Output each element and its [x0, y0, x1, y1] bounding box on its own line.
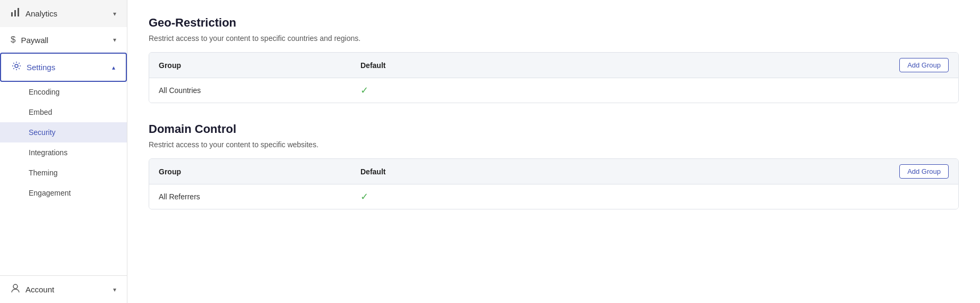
embed-label: Embed	[29, 108, 52, 116]
sidebar-sub-item-embed[interactable]: Embed	[0, 102, 127, 122]
sidebar: Analytics ▾ $ Paywall ▾ Settings ▴ Encod…	[0, 0, 127, 303]
integrations-label: Integrations	[29, 148, 67, 157]
domain-default-col-header: Default	[360, 167, 899, 176]
geo-restriction-table-header: Group Default Add Group	[149, 53, 958, 78]
sidebar-item-account[interactable]: Account ▾	[0, 276, 127, 303]
geo-restriction-description: Restrict access to your content to speci…	[149, 34, 959, 43]
domain-control-section: Domain Control Restrict access to your c…	[149, 122, 959, 209]
settings-label: Settings	[27, 63, 55, 72]
encoding-label: Encoding	[29, 88, 59, 96]
table-row: All Countries ✓	[149, 78, 958, 103]
geo-add-group-button[interactable]: Add Group	[899, 58, 949, 72]
paywall-icon: $	[11, 35, 15, 45]
security-label: Security	[29, 128, 56, 137]
domain-control-description: Restrict access to your content to speci…	[149, 140, 959, 149]
domain-add-group-button[interactable]: Add Group	[899, 164, 949, 179]
svg-rect-2	[18, 8, 19, 16]
engagement-label: Engagement	[29, 189, 71, 197]
paywall-chevron-down-icon: ▾	[113, 36, 116, 44]
sidebar-sub-item-security[interactable]: Security	[0, 122, 127, 142]
domain-row-group: All Referrers	[159, 192, 360, 201]
sidebar-item-paywall[interactable]: $ Paywall ▾	[0, 27, 127, 53]
geo-group-col-header: Group	[159, 61, 360, 70]
sidebar-bottom: Account ▾	[0, 275, 127, 303]
paywall-label: Paywall	[21, 36, 48, 45]
domain-control-title: Domain Control	[149, 122, 959, 136]
svg-point-3	[15, 64, 18, 68]
analytics-icon	[11, 7, 20, 20]
geo-restriction-title: Geo-Restriction	[149, 16, 959, 30]
geo-default-col-header: Default	[360, 61, 899, 70]
sidebar-sub-item-theming[interactable]: Theming	[0, 163, 127, 183]
settings-chevron-up-icon: ▴	[112, 64, 115, 71]
sidebar-sub-item-encoding[interactable]: Encoding	[0, 82, 127, 102]
analytics-label: Analytics	[25, 9, 57, 18]
sidebar-item-analytics[interactable]: Analytics ▾	[0, 0, 127, 27]
domain-control-table: Group Default Add Group All Referrers ✓	[149, 158, 959, 209]
main-content: Geo-Restriction Restrict access to your …	[127, 0, 980, 303]
domain-control-table-header: Group Default Add Group	[149, 159, 958, 184]
geo-row-group: All Countries	[159, 86, 360, 95]
account-label: Account	[25, 285, 54, 294]
settings-icon	[12, 61, 21, 73]
account-icon	[11, 283, 20, 296]
domain-group-col-header: Group	[159, 167, 360, 176]
svg-rect-0	[11, 12, 13, 16]
svg-point-4	[13, 284, 18, 289]
geo-row-default-check: ✓	[360, 85, 949, 96]
table-row: All Referrers ✓	[149, 184, 958, 209]
analytics-chevron-down-icon: ▾	[113, 10, 116, 18]
sidebar-sub-item-integrations[interactable]: Integrations	[0, 142, 127, 163]
geo-restriction-table: Group Default Add Group All Countries ✓	[149, 52, 959, 103]
account-chevron-down-icon: ▾	[113, 286, 116, 293]
sidebar-sub-item-engagement[interactable]: Engagement	[0, 183, 127, 203]
svg-rect-1	[14, 10, 16, 16]
domain-row-default-check: ✓	[360, 191, 949, 203]
sidebar-item-settings[interactable]: Settings ▴	[0, 53, 127, 82]
geo-restriction-section: Geo-Restriction Restrict access to your …	[149, 16, 959, 103]
theming-label: Theming	[29, 169, 57, 177]
